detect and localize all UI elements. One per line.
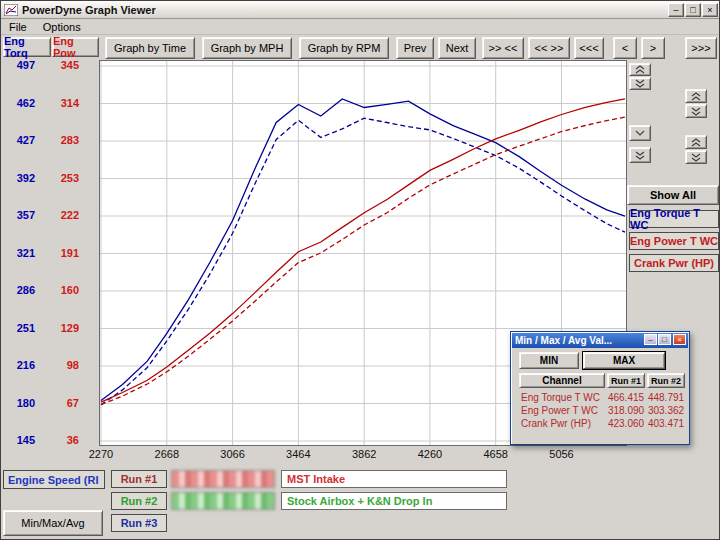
rpm-tick-label: 3464: [278, 448, 318, 460]
minmax-dialog: Min / Max / Avg Val... – □ × MIN MAX Cha…: [510, 331, 690, 445]
torque-tick-label: 427: [1, 134, 35, 146]
prev-button[interactable]: Prev: [396, 37, 434, 59]
chevron-double-down-icon: [634, 151, 646, 160]
torque-tick-label: 286: [1, 284, 35, 296]
close-button[interactable]: ×: [702, 3, 718, 17]
zoom-in-button[interactable]: >> <<: [482, 37, 524, 59]
run1-note-field[interactable]: MST Intake: [281, 470, 507, 488]
rpm-tick-label: 4260: [410, 448, 450, 460]
power-tick-label: 283: [45, 134, 79, 146]
row-run2-value: 303.362: [646, 405, 686, 416]
minmax-maximize-button[interactable]: □: [658, 334, 671, 345]
row-channel: Eng Power T WC: [521, 405, 598, 416]
jump-right-button[interactable]: >>>: [685, 37, 717, 59]
scale-down-button-1[interactable]: [629, 77, 651, 90]
chevron-double-up-icon: [690, 138, 702, 147]
run3-button[interactable]: Run #3: [111, 514, 167, 532]
titlebar[interactable]: PowerDyne Graph Viewer: [1, 1, 719, 19]
minmax-dialog-title: Min / Max / Avg Val...: [515, 335, 612, 346]
torque-tick-label: 392: [1, 172, 35, 184]
torque-tick-label: 216: [1, 359, 35, 371]
scale-down-button-3[interactable]: [685, 150, 707, 164]
zoom-out-button[interactable]: << >>: [528, 37, 570, 59]
graph-by-mph-button[interactable]: Graph by MPH: [202, 37, 292, 59]
shift-down-button-2[interactable]: [629, 147, 651, 163]
column-header-run2[interactable]: Run #2: [647, 373, 685, 388]
power-tick-label: 160: [45, 284, 79, 296]
min-button[interactable]: MIN: [519, 352, 579, 369]
menubar: File Options: [1, 19, 719, 35]
minmaxavg-button[interactable]: Min/Max/Avg: [3, 510, 103, 536]
chevron-double-up-icon: [634, 65, 646, 74]
window-title: PowerDyne Graph Viewer: [22, 4, 156, 16]
show-all-button[interactable]: Show All: [627, 185, 719, 205]
power-tick-label: 67: [45, 397, 79, 409]
legend-eng-torque[interactable]: Eng Torque T WC: [629, 210, 719, 228]
scale-down-button-2[interactable]: [685, 104, 707, 118]
scale-up-button-3[interactable]: [685, 135, 707, 149]
torque-tick-label: 180: [1, 397, 35, 409]
torque-tick-label: 462: [1, 97, 35, 109]
power-axis-header[interactable]: Eng Pow: [52, 37, 99, 57]
jump-left-button[interactable]: <<<: [574, 37, 604, 59]
minmax-minimize-button[interactable]: –: [644, 334, 657, 345]
row-run2-value: 403.471: [646, 418, 686, 429]
power-tick-label: 314: [45, 97, 79, 109]
menu-file[interactable]: File: [1, 20, 35, 34]
power-tick-label: 253: [45, 172, 79, 184]
rpm-tick-label: 4658: [476, 448, 516, 460]
torque-tick-label: 251: [1, 322, 35, 334]
maximize-button[interactable]: □: [685, 3, 701, 17]
power-tick-label: 191: [45, 247, 79, 259]
chevron-double-down-icon: [690, 107, 702, 116]
column-header-channel[interactable]: Channel: [519, 373, 605, 388]
chevron-down-icon: [634, 129, 646, 137]
minimize-button[interactable]: –: [668, 3, 684, 17]
column-header-run1[interactable]: Run #1: [607, 373, 645, 388]
legend-crank-pwr[interactable]: Crank Pwr (HP): [629, 254, 719, 272]
menu-options[interactable]: Options: [35, 20, 89, 34]
chevron-double-up-icon: [690, 92, 702, 101]
chevron-double-down-icon: [690, 153, 702, 162]
rpm-tick-label: 3066: [213, 448, 253, 460]
row-run2-value: 448.791: [646, 392, 686, 403]
rpm-tick-label: 2668: [147, 448, 187, 460]
app-icon: [4, 4, 18, 16]
row-run1-value: 423.060: [606, 418, 646, 429]
row-run1-value: 318.090: [606, 405, 646, 416]
next-button[interactable]: Next: [438, 37, 476, 59]
rpm-tick-label: 3862: [344, 448, 384, 460]
shift-down-button-1[interactable]: [629, 125, 651, 141]
x-axis-channel-label[interactable]: Engine Speed (RI: [3, 470, 105, 489]
run2-button[interactable]: Run #2: [111, 492, 167, 510]
graph-by-time-button[interactable]: Graph by Time: [105, 37, 195, 59]
torque-tick-label: 357: [1, 209, 35, 221]
graph-by-rpm-button[interactable]: Graph by RPM: [299, 37, 389, 59]
row-channel: Eng Torque T WC: [521, 392, 600, 403]
torque-tick-label: 497: [1, 59, 35, 71]
rpm-tick-label: 2270: [81, 448, 121, 460]
max-button[interactable]: MAX: [583, 352, 665, 369]
run1-name-redacted: [171, 470, 275, 488]
legend-eng-power[interactable]: Eng Power T WC: [629, 232, 719, 250]
torque-tick-label: 145: [1, 434, 35, 446]
minmax-close-button[interactable]: ×: [673, 334, 686, 345]
run2-name-redacted: [171, 492, 275, 510]
row-channel: Crank Pwr (HP): [521, 418, 591, 429]
rpm-tick-label: 5056: [542, 448, 582, 460]
run1-button[interactable]: Run #1: [111, 470, 167, 488]
step-left-button[interactable]: <: [613, 37, 637, 59]
step-right-button[interactable]: >: [641, 37, 665, 59]
run2-note-field[interactable]: Stock Airbox + K&N Drop In: [281, 492, 507, 510]
power-tick-label: 222: [45, 209, 79, 221]
row-run1-value: 466.415: [606, 392, 646, 403]
scale-up-button-1[interactable]: [629, 63, 651, 76]
torque-tick-label: 321: [1, 247, 35, 259]
torque-axis-header[interactable]: Eng Torq: [3, 37, 51, 57]
chevron-double-down-icon: [634, 79, 646, 88]
power-tick-label: 36: [45, 434, 79, 446]
power-tick-label: 129: [45, 322, 79, 334]
app-window: PowerDyne Graph Viewer – □ × File Option…: [0, 0, 720, 540]
power-tick-label: 345: [45, 59, 79, 71]
scale-up-button-2[interactable]: [685, 89, 707, 103]
